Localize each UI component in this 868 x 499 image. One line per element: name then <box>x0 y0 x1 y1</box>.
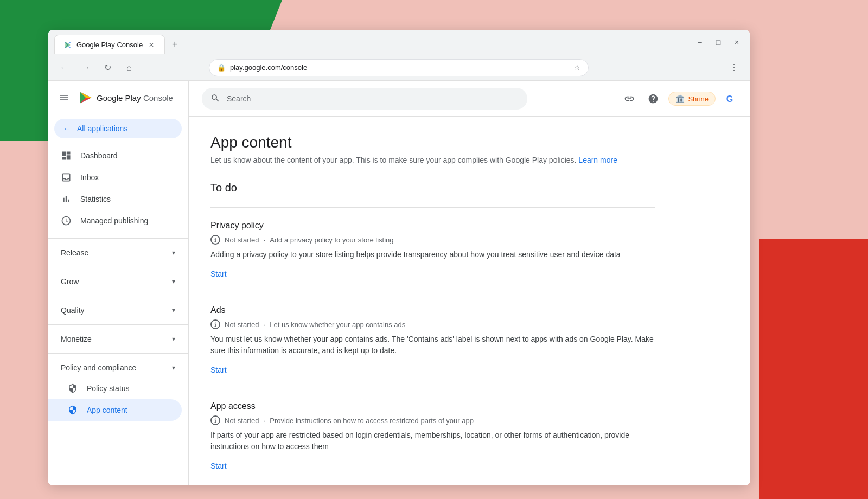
back-arrow-icon: ← <box>63 124 71 133</box>
google-account-button[interactable]: G <box>722 91 737 106</box>
tab-favicon <box>63 41 72 49</box>
nav-group-quality[interactable]: Quality ▾ <box>48 300 188 320</box>
shrine-icon: 🏛️ <box>675 94 685 103</box>
inbox-icon <box>61 172 72 183</box>
new-tab-button[interactable]: + <box>167 37 182 52</box>
sidebar-logo-text: Google Play Console <box>97 93 173 103</box>
app-access-description: If parts of your app are restricted base… <box>210 430 655 452</box>
nav-divider-1 <box>48 238 188 239</box>
statistics-label: Statistics <box>80 195 111 203</box>
statistics-icon <box>61 194 72 204</box>
privacy-policy-status: Not started <box>225 236 259 244</box>
page-subtitle: Let us know about the content of your ap… <box>210 156 655 164</box>
nav-group-policy[interactable]: Policy and compliance ▾ <box>48 358 188 378</box>
learn-more-link[interactable]: Learn more <box>578 156 617 164</box>
chevron-down-icon-monetize: ▾ <box>172 335 175 343</box>
back-button[interactable]: ← <box>56 60 72 75</box>
nav-divider-5 <box>48 353 188 354</box>
sidebar-item-inbox[interactable]: Inbox <box>48 167 182 188</box>
privacy-policy-status-icon: ℹ <box>210 235 220 245</box>
app-access-title: App access <box>210 401 655 411</box>
maximize-button[interactable]: □ <box>713 37 723 47</box>
ads-start-link[interactable]: Start <box>210 366 227 374</box>
privacy-policy-start-link[interactable]: Start <box>210 270 227 278</box>
search-bar[interactable]: Search <box>202 88 527 110</box>
address-bar: ← → ↻ ⌂ 🔒 play.google.com/console ☆ ⋮ <box>48 55 750 81</box>
search-placeholder: Search <box>227 94 251 103</box>
browser-window: Google Play Console ✕ + − □ × ← → ↻ ⌂ 🔒 … <box>48 30 750 485</box>
hamburger-button[interactable] <box>56 90 72 105</box>
app-access-status-detail: Provide instructions on how to access re… <box>270 417 474 425</box>
managed-publishing-icon <box>61 215 72 226</box>
bg-red-decoration <box>760 239 868 499</box>
app-access-start-link[interactable]: Start <box>210 462 227 470</box>
link-icon-button[interactable] <box>621 90 638 107</box>
nav-divider-2 <box>48 267 188 267</box>
tab-title: Google Play Console <box>76 41 143 49</box>
app-access-status-icon: ℹ <box>210 415 220 425</box>
sidebar-item-policy-status[interactable]: Policy status <box>48 378 182 399</box>
shrine-label: Shrine <box>688 95 709 103</box>
managed-publishing-label: Managed publishing <box>80 216 148 225</box>
sidebar-logo: Google Play Console <box>78 90 173 105</box>
app-content-icon <box>67 405 78 415</box>
sidebar-item-statistics[interactable]: Statistics <box>48 188 182 210</box>
url-bar[interactable]: 🔒 play.google.com/console ☆ <box>209 59 589 76</box>
tab-bar: Google Play Console ✕ + − □ × <box>48 30 750 55</box>
inbox-label: Inbox <box>80 173 99 182</box>
refresh-button[interactable]: ↻ <box>100 60 115 75</box>
nav-section-main: Dashboard Inbox St <box>48 143 188 234</box>
forward-button[interactable]: → <box>78 60 93 75</box>
nav-group-grow[interactable]: Grow ▾ <box>48 272 188 291</box>
nav-group-monetize[interactable]: Monetize ▾ <box>48 329 188 349</box>
ads-status-row: ℹ Not started · Let us know whether your… <box>210 319 655 329</box>
privacy-policy-description: Adding a privacy policy to your store li… <box>210 249 655 260</box>
minimize-button[interactable]: − <box>695 37 705 47</box>
policy-status-icon <box>67 383 78 394</box>
status-separator-1: · <box>264 236 266 244</box>
browser-chrome: Google Play Console ✕ + − □ × ← → ↻ ⌂ 🔒 … <box>48 30 750 81</box>
window-controls: − □ × <box>695 37 742 47</box>
url-text: play.google.com/console <box>230 63 307 72</box>
dashboard-label: Dashboard <box>80 151 118 160</box>
sidebar-item-app-content[interactable]: App content <box>48 399 182 421</box>
nav-group-release[interactable]: Release ▾ <box>48 243 188 263</box>
search-icon <box>210 93 220 105</box>
ads-description: You must let us know whether your app co… <box>210 334 655 356</box>
close-button[interactable]: × <box>732 37 742 47</box>
page-title: App content <box>210 134 655 151</box>
app-access-status-row: ℹ Not started · Provide instructions on … <box>210 415 655 425</box>
privacy-policy-title: Privacy policy <box>210 221 655 231</box>
main-header: Search 🏛️ Shrine <box>189 81 750 117</box>
home-button[interactable]: ⌂ <box>122 60 137 75</box>
app-access-card: App access ℹ Not started · Provide instr… <box>210 388 655 484</box>
address-bar-right: ⋮ <box>726 60 742 75</box>
chevron-up-icon-policy: ▾ <box>172 364 175 372</box>
help-icon-button[interactable] <box>644 90 662 107</box>
ads-status: Not started <box>225 321 259 329</box>
tab-close-button[interactable]: ✕ <box>147 41 156 49</box>
lock-icon: 🔒 <box>217 63 226 72</box>
all-applications-button[interactable]: ← All applications <box>54 119 182 138</box>
privacy-policy-status-row: ℹ Not started · Add a privacy policy to … <box>210 235 655 245</box>
bookmark-icon: ☆ <box>574 63 580 72</box>
active-tab[interactable]: Google Play Console ✕ <box>54 35 165 54</box>
chevron-down-icon: ▾ <box>172 249 175 257</box>
sidebar: Google Play Console ← All applications <box>48 81 189 485</box>
chevron-down-icon-grow: ▾ <box>172 278 175 285</box>
todo-section-title: To do <box>210 182 655 194</box>
nav-divider-3 <box>48 296 188 296</box>
main-content: Search 🏛️ Shrine <box>189 81 750 485</box>
chevron-down-icon-quality: ▾ <box>172 306 175 314</box>
ads-title: Ads <box>210 305 655 315</box>
app-area: Google Play Console ← All applications <box>48 81 750 485</box>
nav-divider-4 <box>48 324 188 325</box>
status-separator-2: · <box>264 321 266 329</box>
header-right: 🏛️ Shrine G <box>621 90 737 107</box>
extensions-button[interactable]: ⋮ <box>726 60 742 75</box>
svg-text:G: G <box>726 94 733 104</box>
shrine-account-chip[interactable]: 🏛️ Shrine <box>668 92 716 106</box>
ads-status-detail: Let us know whether your app contains ad… <box>270 321 405 329</box>
sidebar-item-managed-publishing[interactable]: Managed publishing <box>48 210 182 232</box>
sidebar-item-dashboard[interactable]: Dashboard <box>48 145 182 167</box>
